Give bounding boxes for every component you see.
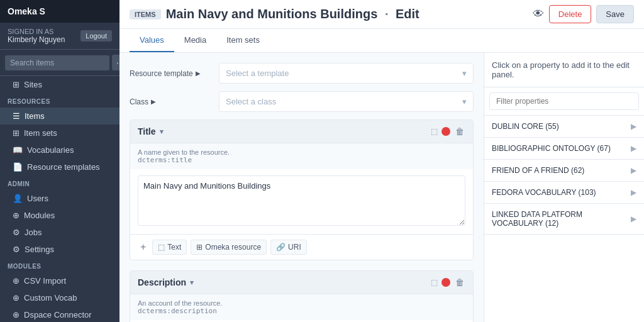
vocab-label: DUBLIN CORE (55): [492, 122, 559, 131]
sidebar-item-users[interactable]: 👤 Users: [0, 190, 119, 207]
description-property-title: Description ▾: [138, 277, 194, 287]
search-options-button[interactable]: ···: [112, 55, 119, 70]
title-separator: ·: [385, 7, 389, 21]
title-property-block: Title ▾ ⬚ 🗑 A name given to the resource…: [130, 119, 474, 260]
title-text-button[interactable]: ⬚ Text: [152, 240, 187, 255]
title-omeka-resource-button[interactable]: ⊞ Omeka resource: [191, 240, 267, 255]
vocab-chevron: ▶: [631, 188, 636, 197]
title-chevron: ▾: [160, 128, 164, 136]
vocab-item[interactable]: FRIEND OF A FRIEND (62)▶: [484, 160, 644, 182]
edit-area: Resource template ▶ Select a template ▾ …: [119, 53, 644, 322]
resource-templates-icon: 📄: [13, 162, 23, 172]
description-delete-button[interactable]: 🗑: [454, 276, 465, 289]
vocab-item[interactable]: DUBLIN CORE (55)▶: [484, 116, 644, 138]
tab-values[interactable]: Values: [130, 29, 174, 52]
class-select[interactable]: Select a class ▾: [219, 91, 474, 112]
properties-hint: Click on a property to add it to the edi…: [484, 53, 644, 87]
title-property-meta: A name given to the resource. dcterms:ti…: [130, 143, 473, 169]
title-omeka-label: Omeka resource: [205, 243, 261, 252]
title-required-icon: [441, 127, 450, 136]
resource-template-select[interactable]: Select a template ▾: [219, 63, 474, 84]
class-placeholder: Select a class: [226, 97, 276, 106]
resource-template-label-text: Resource template: [130, 69, 193, 78]
vocab-list: DUBLIN CORE (55)▶BIBLIOGRAPHIC ONTOLOGY …: [484, 116, 644, 235]
class-label-text: Class: [130, 97, 148, 106]
sites-label: Sites: [24, 80, 42, 89]
template-chevron: ▾: [462, 69, 467, 78]
sidebar-item-vocabularies[interactable]: 📖 Vocabularies: [0, 142, 119, 158]
jobs-icon: ⚙: [13, 228, 20, 237]
description-property-meta: An account of the resource. dcterms:desc…: [130, 294, 473, 320]
vocab-chevron: ▶: [631, 214, 636, 223]
title-add-value-button[interactable]: +: [138, 242, 148, 253]
settings-icon: ⚙: [13, 245, 20, 254]
title-omeka-icon: ⊞: [196, 243, 203, 252]
app-name-text: Omeka S: [8, 6, 45, 16]
users-icon: 👤: [13, 194, 23, 203]
logout-button[interactable]: Logout: [80, 30, 112, 42]
sidebar-item-custom-vocab[interactable]: ⊕ Custom Vocab: [0, 289, 119, 306]
csv-import-icon: ⊕: [13, 276, 19, 286]
resource-template-arrow: ▶: [196, 70, 201, 77]
sidebar-item-modules[interactable]: ⊕ Modules: [0, 207, 119, 224]
tab-media[interactable]: Media: [174, 29, 216, 52]
user-section: SIGNED IN AS Kimberly Nguyen Logout: [0, 23, 119, 50]
title-property-content: [130, 169, 473, 234]
class-arrow: ▶: [151, 98, 156, 105]
sidebar-item-csv-import[interactable]: ⊕ CSV Import: [0, 272, 119, 289]
description-required-icon: [441, 278, 450, 287]
edit-panel: Resource template ▶ Select a template ▾ …: [119, 53, 484, 322]
class-row: Class ▶ Select a class ▾: [130, 91, 474, 112]
dspace-connector-label: Dspace Connector: [24, 310, 92, 319]
class-label: Class ▶: [130, 97, 211, 106]
sidebar-item-dspace-connector[interactable]: ⊕ Dspace Connector: [0, 306, 119, 322]
description-description: An account of the resource.: [138, 299, 465, 307]
preview-button[interactable]: 👁: [533, 8, 544, 21]
vocab-label: FRIEND OF A FRIEND (62): [492, 166, 584, 175]
topbar: ITEMS Main Navy and Munitions Buildings …: [119, 0, 644, 29]
delete-button[interactable]: Delete: [549, 5, 592, 23]
tab-item-sets[interactable]: Item sets: [216, 29, 270, 52]
search-input[interactable]: [5, 55, 109, 70]
description-property-actions: ⬚ 🗑: [431, 276, 465, 289]
items-label: Items: [25, 111, 45, 121]
topbar-left: ITEMS Main Navy and Munitions Buildings …: [130, 7, 419, 21]
resource-template-row: Resource template ▶ Select a template ▾: [130, 63, 474, 84]
title-label: Title: [138, 126, 156, 136]
sidebar-item-items[interactable]: ☰ Items: [0, 108, 119, 125]
save-button[interactable]: Save: [596, 5, 634, 23]
resources-section-label: RESOURCES: [0, 93, 119, 108]
title-uri-button[interactable]: 🔗 URI: [270, 240, 307, 255]
properties-panel: Click on a property to add it to the edi…: [484, 53, 644, 322]
filter-properties-input[interactable]: [489, 92, 639, 110]
description-chevron: ▾: [190, 279, 194, 287]
title-add-value-row: + ⬚ Text ⊞ Omeka resource 🔗 URI: [130, 234, 473, 260]
vocab-item[interactable]: BIBLIOGRAPHIC ONTOLOGY (67)▶: [484, 138, 644, 160]
sidebar-item-resource-templates[interactable]: 📄 Resource templates: [0, 158, 119, 175]
title-textarea[interactable]: [138, 175, 465, 226]
sidebar-item-sites[interactable]: ⊞ Sites: [0, 76, 119, 93]
sidebar-item-settings[interactable]: ⚙ Settings: [0, 241, 119, 258]
description-lang-icon: ⬚: [431, 278, 438, 287]
vocab-label: FEDORA VOCABULARY (103): [492, 188, 596, 197]
modules-icon: ⊕: [13, 211, 19, 220]
vocab-chevron: ▶: [631, 166, 636, 175]
title-delete-button[interactable]: 🗑: [454, 125, 465, 138]
user-info: SIGNED IN AS Kimberly Nguyen: [8, 28, 65, 44]
vocab-item[interactable]: FEDORA VOCABULARY (103)▶: [484, 182, 644, 204]
title-uri-icon: 🔗: [276, 243, 286, 252]
description-label: Description: [138, 277, 186, 287]
item-sets-label: Item sets: [24, 128, 57, 138]
item-sets-icon: ⊞: [13, 128, 19, 138]
description-property-block: Description ▾ ⬚ 🗑 An account of the reso…: [130, 270, 474, 322]
vocab-item[interactable]: LINKED DATA PLATFORM VOCABULARY (12)▶: [484, 204, 644, 235]
sidebar-item-item-sets[interactable]: ⊞ Item sets: [0, 125, 119, 142]
sidebar-item-jobs[interactable]: ⚙ Jobs: [0, 224, 119, 241]
modules-label: Modules: [24, 211, 55, 220]
vocab-label: BIBLIOGRAPHIC ONTOLOGY (67): [492, 144, 611, 153]
vocab-chevron: ▶: [631, 144, 636, 153]
template-placeholder: Select a template: [226, 69, 289, 78]
sites-icon: ⊞: [13, 80, 19, 89]
tabs: Values Media Item sets: [119, 29, 644, 53]
description-property-header: Description ▾ ⬚ 🗑: [130, 271, 473, 294]
